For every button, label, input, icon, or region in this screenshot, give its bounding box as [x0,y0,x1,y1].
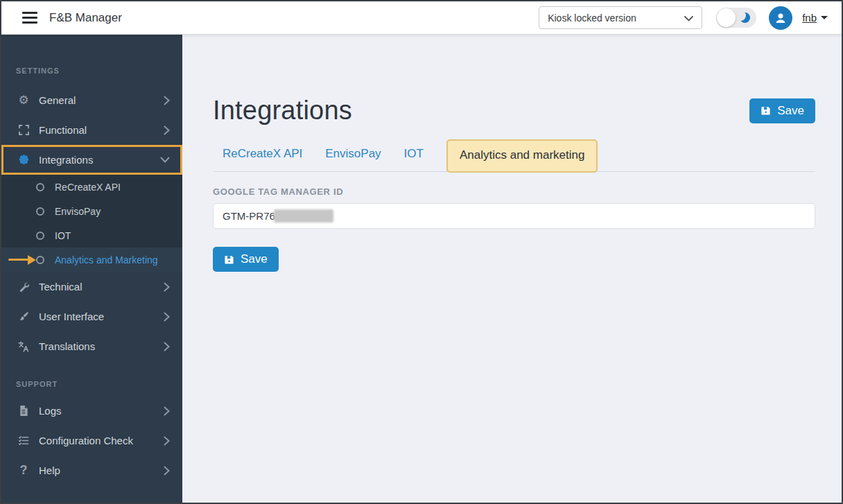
checklist-icon [16,435,31,446]
paintbrush-icon [16,311,31,322]
dark-mode-toggle[interactable] [716,8,756,28]
user-avatar[interactable] [769,6,792,30]
main-content: Integrations Save ReCreateX API EnvisoPa… [182,35,842,503]
sidebar-item-technical[interactable]: Technical [1,272,182,302]
sidebar-subitem-analytics-marketing[interactable]: Analytics and Marketing [1,247,182,272]
question-icon: ? [16,463,31,478]
translate-icon [16,341,31,352]
chevron-right-icon [164,282,170,292]
gear-icon: ⚙ [16,93,31,107]
radio-circle-icon [36,207,44,216]
moon-icon [740,12,750,23]
caret-down-icon [821,16,828,19]
hamburger-menu-icon[interactable] [22,12,37,24]
sidebar-item-configuration-check[interactable]: Configuration Check [1,426,182,455]
save-button-top[interactable]: Save [749,98,815,123]
tab-recreatex-api[interactable]: ReCreateX API [223,138,302,171]
chevron-right-icon [164,96,170,105]
sidebar-item-user-interface[interactable]: User Interface [1,302,182,331]
app-title: F&B Manager [49,11,122,25]
document-icon [16,406,31,416]
app-window: F&B Manager Kiosk locked version fnb [0,0,843,504]
section-settings-label: SETTINGS [1,35,182,85]
chevron-right-icon [164,406,170,416]
section-support-label: SUPPORT [1,361,182,396]
sidebar-subitem-recreatex-api[interactable]: ReCreateX API [1,175,182,199]
sidebar-item-help[interactable]: ? Help [1,455,182,485]
top-bar: F&B Manager Kiosk locked version fnb [1,1,842,35]
tab-envisopay[interactable]: EnvisoPay [325,138,381,171]
save-button-bottom[interactable]: Save [213,247,279,272]
sidebar-item-translations[interactable]: Translations [1,331,182,361]
chevron-right-icon [164,125,170,135]
puzzle-icon [16,154,31,166]
sidebar-item-general[interactable]: ⚙ General [1,85,182,115]
tab-iot[interactable]: IOT [404,138,424,171]
radio-circle-icon [36,232,44,240]
sidebar-item-logs[interactable]: Logs [1,396,182,426]
floppy-icon [224,254,234,265]
annotation-arrow [8,255,36,265]
username: fnb [802,12,817,24]
fullscreen-icon [16,125,31,135]
wrench-icon [16,281,31,292]
chevron-right-icon [164,466,170,476]
chevron-right-icon [164,342,170,351]
sidebar-item-functional[interactable]: Functional [1,115,182,145]
topbar-right: Kiosk locked version fnb [539,6,828,30]
radio-circle-icon [36,183,44,191]
sidebar: SETTINGS ⚙ General Functional Integratio… [1,35,182,503]
toggle-knob [717,8,736,27]
gtm-id-label: GOOGLE TAG MANAGER ID [213,186,815,197]
version-select[interactable]: Kiosk locked version [539,6,702,29]
radio-circle-icon [36,256,44,264]
chevron-down-icon [684,12,693,24]
floppy-icon [761,105,771,116]
page-title: Integrations [213,96,352,125]
tab-analytics-and-marketing[interactable]: Analytics and marketing [446,139,598,173]
sidebar-subitem-envisopay[interactable]: EnvisoPay [1,199,182,223]
version-select-value: Kiosk locked version [548,12,636,24]
tab-bar: ReCreateX API EnvisoPay IOT Analytics an… [213,138,815,172]
sidebar-subitem-iot[interactable]: IOT [1,223,182,247]
chevron-right-icon [164,436,170,446]
chevron-down-icon [160,157,170,163]
sidebar-item-integrations[interactable]: Integrations [1,145,182,175]
user-menu[interactable]: fnb [802,12,828,24]
integrations-submenu: ReCreateX API EnvisoPay IOT Analytics an… [1,175,182,272]
chevron-right-icon [164,312,170,322]
redaction-blur [274,209,333,223]
person-icon [774,11,788,25]
